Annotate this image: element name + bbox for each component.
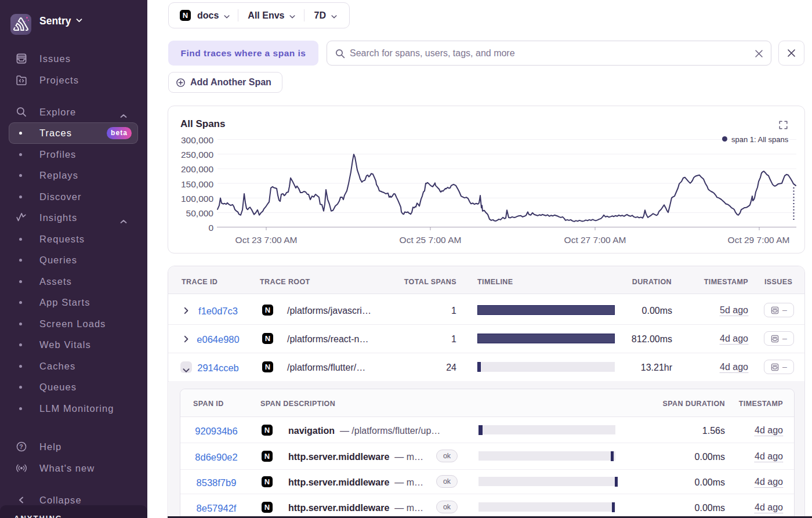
svg-text:?: ? xyxy=(19,443,23,450)
